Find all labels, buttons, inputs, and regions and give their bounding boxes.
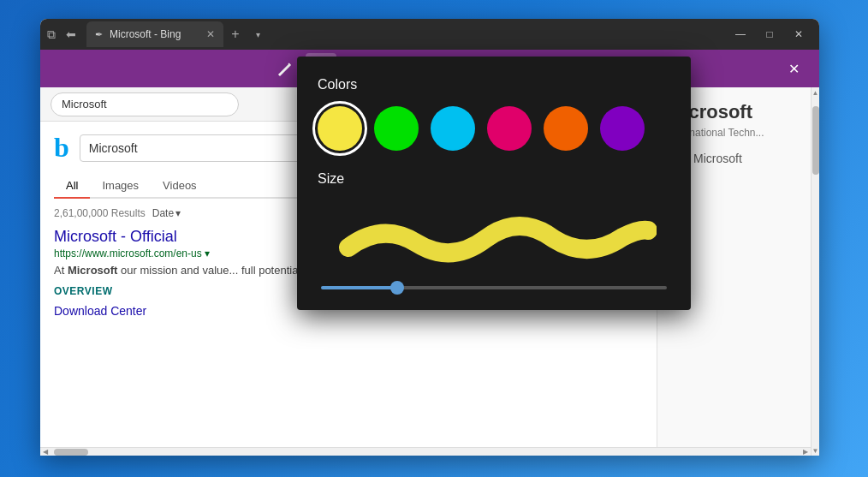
brush-preview-area <box>318 200 670 269</box>
date-filter-button[interactable]: Date ▾ <box>152 207 181 219</box>
title-bar-left: ⧉ ⬅ <box>47 27 80 41</box>
scroll-left-button[interactable]: ◀ <box>40 448 51 456</box>
h-scroll-thumb[interactable] <box>54 449 88 456</box>
size-title: Size <box>318 171 670 187</box>
new-tab-button[interactable]: + <box>223 22 247 46</box>
address-box[interactable]: Microsoft <box>51 92 239 116</box>
color-swatch-orange[interactable] <box>544 106 588 151</box>
colors-title: Colors <box>318 77 670 92</box>
horizontal-scrollbar[interactable]: ◀ ▶ <box>40 447 811 456</box>
color-swatch-purple[interactable] <box>600 106 645 151</box>
pen-tool-button[interactable] <box>270 53 300 84</box>
size-slider-area <box>318 286 670 289</box>
scroll-thumb[interactable] <box>812 106 819 175</box>
browser-window: ⧉ ⬅ ✒ Microsoft - Bing ✕ + ▾ — □ ✕ <box>40 19 819 456</box>
title-bar: ⧉ ⬅ ✒ Microsoft - Bing ✕ + ▾ — □ ✕ <box>40 19 819 50</box>
tab-area: ✒ Microsoft - Bing ✕ + ▾ <box>86 21 720 47</box>
nav-images[interactable]: Images <box>90 174 151 199</box>
tab-title: Microsoft - Bing <box>110 28 199 40</box>
tab-close-button[interactable]: ✕ <box>206 28 215 40</box>
nav-all[interactable]: All <box>54 174 90 199</box>
maximize-button[interactable]: □ <box>756 22 783 46</box>
back-icon[interactable]: ⬅ <box>66 27 80 41</box>
color-swatch-green[interactable] <box>374 106 419 151</box>
tab-dropdown-button[interactable]: ▾ <box>247 24 268 45</box>
size-slider-track[interactable] <box>321 286 667 289</box>
annotation-close-button[interactable]: ✕ <box>778 53 809 84</box>
scroll-up-button[interactable]: ▲ <box>812 87 820 98</box>
window-controls: — □ ✕ <box>727 22 812 46</box>
close-button[interactable]: ✕ <box>785 22 812 46</box>
minimize-button[interactable]: — <box>727 22 754 46</box>
vertical-scrollbar[interactable]: ▲ ▼ <box>811 87 819 456</box>
scroll-right-button[interactable]: ▶ <box>800 448 811 456</box>
color-swatch-cyan[interactable] <box>431 106 475 151</box>
size-slider-thumb[interactable] <box>390 281 404 295</box>
browser-tab[interactable]: ✒ Microsoft - Bing ✕ <box>86 21 223 47</box>
color-swatch-magenta[interactable] <box>487 106 532 151</box>
color-swatch-yellow[interactable] <box>318 106 362 151</box>
address-text: Microsoft <box>62 98 107 110</box>
brush-stroke-svg <box>331 205 657 265</box>
bing-logo: b <box>54 132 69 164</box>
tab-favicon: ✒ <box>95 29 103 40</box>
duplicate-icon[interactable]: ⧉ <box>47 27 61 41</box>
color-picker-popup: Colors Size <box>297 57 691 310</box>
scroll-down-button[interactable]: ▼ <box>812 445 820 456</box>
color-swatches-row <box>318 106 670 151</box>
nav-videos[interactable]: Videos <box>151 174 209 199</box>
ms-logo-text: Microsoft <box>693 152 742 165</box>
desktop: ⧉ ⬅ ✒ Microsoft - Bing ✕ + ▾ — □ ✕ <box>0 0 868 477</box>
